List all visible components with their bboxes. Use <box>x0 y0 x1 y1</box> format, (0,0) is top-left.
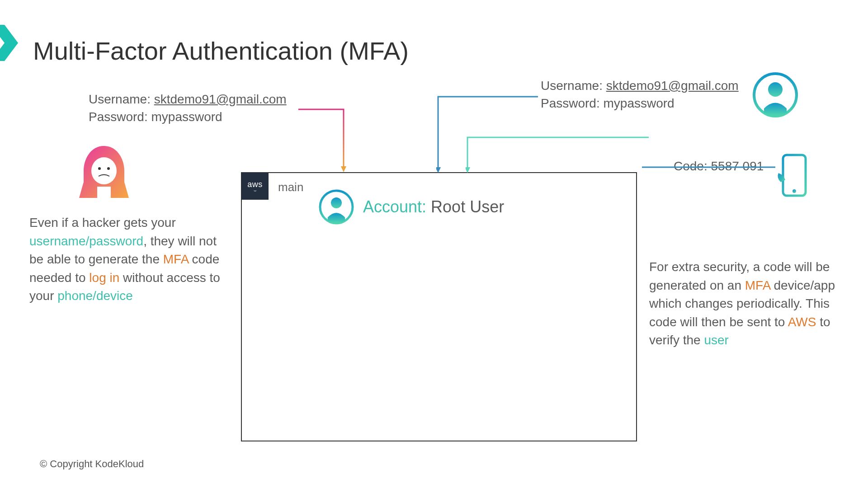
svg-marker-0 <box>0 25 18 61</box>
copyright: © Copyright KodeKloud <box>40 458 144 470</box>
svg-point-2 <box>98 167 101 170</box>
aws-main-label: main <box>278 180 303 194</box>
hacker-icon <box>72 144 136 198</box>
corner-chevron-icon <box>0 25 18 61</box>
account-text: Account: Root User <box>363 197 504 216</box>
hacker-username-value: sktdemo91@gmail.com <box>154 92 287 106</box>
left-hl1: username/password <box>29 234 143 248</box>
user-credentials: Username: sktdemo91@gmail.com Password: … <box>541 77 739 112</box>
user-avatar-icon <box>753 72 798 117</box>
svg-point-3 <box>107 167 110 170</box>
hacker-username-label: Username: <box>89 92 154 106</box>
aws-console-panel: aws ⌣ main Account: Root User <box>241 172 637 441</box>
right-hl2: AWS <box>788 315 816 329</box>
left-p1: Even if a hacker gets your <box>29 216 176 230</box>
aws-logo-badge: aws ⌣ <box>241 173 269 200</box>
connector-hacker-to-panel <box>298 108 353 180</box>
connector-user-to-panel <box>436 95 540 178</box>
hacker-password-label: Password: <box>89 110 151 124</box>
right-explanation: For extra security, a code will be gener… <box>649 258 844 350</box>
mfa-code-value: 5587 091 <box>711 159 764 173</box>
mfa-code: Code: 5587 091 <box>674 159 764 174</box>
svg-point-1 <box>91 157 117 184</box>
account-row: Account: Root User <box>319 189 504 225</box>
left-hl3: log in <box>89 271 119 285</box>
account-avatar-icon <box>319 189 354 225</box>
phone-icon <box>776 153 812 198</box>
svg-point-5 <box>768 82 783 97</box>
account-label: Account: <box>363 197 426 216</box>
user-password-value: mypassword <box>604 96 675 110</box>
user-password-label: Password: <box>541 96 604 110</box>
left-hl4: phone/device <box>57 289 133 303</box>
account-value: Root User <box>426 197 504 216</box>
left-explanation: Even if a hacker gets your username/pass… <box>29 214 233 305</box>
right-hl1: MFA <box>745 278 770 292</box>
page-title: Multi-Factor Authentication (MFA) <box>33 36 409 66</box>
hacker-password-value: mypassword <box>151 110 222 124</box>
aws-smile-icon: ⌣ <box>254 188 257 193</box>
hacker-credentials: Username: sktdemo91@gmail.com Password: … <box>89 90 287 126</box>
mfa-code-label: Code: <box>674 159 711 173</box>
user-username-value: sktdemo91@gmail.com <box>606 79 739 93</box>
left-hl2: MFA <box>163 252 189 266</box>
svg-point-7 <box>793 189 796 193</box>
svg-point-9 <box>331 197 342 208</box>
svg-marker-10 <box>341 166 346 172</box>
user-username-label: Username: <box>541 79 606 93</box>
right-hl3: user <box>704 333 728 347</box>
